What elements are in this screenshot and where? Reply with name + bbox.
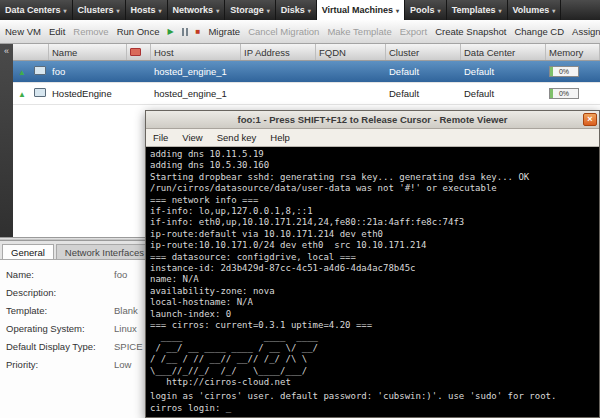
viewer-titlebar[interactable]: foo:1 - Press SHIFT+F12 to Release Curso… <box>146 111 599 129</box>
header-ip-address[interactable]: IP Address <box>241 44 316 60</box>
nav-tab-networks[interactable]: Networks ▾ <box>168 0 226 20</box>
remove-button[interactable]: Remove <box>73 26 108 37</box>
chevron-down-icon: ▾ <box>552 7 555 14</box>
vm-table-header: Name Host IP Address FQDN Cluster Data C… <box>13 44 600 61</box>
tab-network-interfaces[interactable]: Network Interfaces <box>56 244 153 259</box>
header-label: Memory <box>549 47 583 58</box>
nav-tab-templates[interactable]: Templates ▾ <box>447 0 508 20</box>
header-label: Cluster <box>389 47 419 58</box>
field-label: Priority: <box>6 359 114 370</box>
nav-tab-hosts[interactable]: Hosts ▾ <box>126 0 168 20</box>
header-fqdn[interactable]: FQDN <box>316 44 386 60</box>
nav-tab-volumes[interactable]: Volumes ▾ <box>508 0 562 20</box>
nav-tab-label: Networks <box>173 5 214 15</box>
header-name[interactable]: Name <box>49 44 127 60</box>
chevron-down-icon: ▾ <box>308 7 311 14</box>
run-once-button[interactable]: Run Once <box>117 26 160 37</box>
nav-tab-data-centers[interactable]: Data Centers ▾ <box>0 0 73 20</box>
vm-monitor-icon <box>34 88 46 97</box>
header-data-center[interactable]: Data Center <box>461 44 546 60</box>
ovirt-webadmin: Data Centers ▾ Clusters ▾ Hosts ▾ Networ… <box>0 0 600 418</box>
field-value: Blank <box>114 305 138 316</box>
field-label: Operating System: <box>6 323 114 334</box>
migrate-button[interactable]: Migrate <box>208 26 240 37</box>
nav-tab-label: Pools <box>410 5 435 15</box>
collapse-icon: « <box>4 46 9 56</box>
nav-tab-pools[interactable]: Pools ▾ <box>405 0 447 20</box>
export-button[interactable]: Export <box>400 26 427 37</box>
vm-memory-cell: 0% <box>546 66 600 78</box>
nav-tab-storage[interactable]: Storage ▾ <box>225 0 276 20</box>
nav-tab-label: Disks <box>281 5 305 15</box>
header-host[interactable]: Host <box>151 44 241 60</box>
header-label: FQDN <box>319 47 346 58</box>
chevron-down-icon: ▾ <box>438 7 441 14</box>
header-memory[interactable]: Memory <box>546 44 600 60</box>
nav-tab-label: Clusters <box>78 5 114 15</box>
terminal-output: adding dns 10.11.5.19 adding dns 10.5.30… <box>150 149 595 389</box>
menu-send-key[interactable]: Send key <box>210 132 264 143</box>
create-snapshot-button[interactable]: Create Snapshot <box>435 26 506 37</box>
field-label: Description: <box>6 287 114 298</box>
nav-tab-label: Volumes <box>513 5 550 15</box>
vm-status-cell: ▲ <box>13 88 31 99</box>
vm-cluster: Default <box>386 88 461 99</box>
vm-name: foo <box>49 66 127 77</box>
console-terminal[interactable]: adding dns 10.11.5.19 adding dns 10.5.30… <box>146 147 599 417</box>
close-button[interactable]: × <box>583 113 597 126</box>
vm-monitor-icon <box>34 66 46 75</box>
vm-toolbar: New VM Edit Remove Run Once ▶ ■ Migrate … <box>0 20 600 44</box>
make-template-button[interactable]: Make Template <box>327 26 391 37</box>
nav-tab-label: Virtual Machines <box>322 5 393 15</box>
menu-view[interactable]: View <box>175 132 209 143</box>
chevron-down-icon: ▾ <box>117 7 120 14</box>
header-cluster[interactable]: Cluster <box>386 44 461 60</box>
vm-row-foo[interactable]: ▲ foo hosted_engine_1 Default Default 0% <box>13 61 600 83</box>
header-status-column[interactable] <box>13 44 49 60</box>
field-value: Low <box>114 359 131 370</box>
vm-type-cell <box>31 88 49 99</box>
nav-tab-disks[interactable]: Disks ▾ <box>276 0 317 20</box>
edit-button[interactable]: Edit <box>49 26 65 37</box>
chevron-down-icon: ▾ <box>396 7 399 14</box>
terminal-login-prompt: login as 'cirros' user. default password… <box>150 391 595 414</box>
field-label: Template: <box>6 305 114 316</box>
status-up-icon: ▲ <box>18 68 26 77</box>
tab-general[interactable]: General <box>2 244 54 259</box>
vm-name: HostedEngine <box>49 88 127 99</box>
viewer-menubar: File View Send key Help <box>146 129 599 147</box>
assign-tags-button[interactable]: Assign Tags <box>572 26 600 37</box>
main-nav: Data Centers ▾ Clusters ▾ Hosts ▾ Networ… <box>0 0 600 20</box>
vm-data-center: Default <box>461 88 546 99</box>
collapse-panel-button[interactable]: « <box>0 44 13 237</box>
nav-tab-label: Templates <box>452 5 496 15</box>
header-label: IP Address <box>244 47 290 58</box>
vm-row-hostedengine[interactable]: ▲ HostedEngine hosted_engine_1 Default D… <box>13 83 600 105</box>
new-vm-button[interactable]: New VM <box>5 26 41 37</box>
vm-host: hosted_engine_1 <box>151 88 241 99</box>
run-vm-icon[interactable]: ▶ <box>167 28 173 36</box>
nav-tab-label: Data Centers <box>5 5 61 15</box>
memory-usage-bar: 0% <box>549 88 579 99</box>
chevron-down-icon: ▾ <box>216 7 219 14</box>
vm-table: Name Host IP Address FQDN Cluster Data C… <box>13 44 600 105</box>
close-icon: × <box>587 114 592 124</box>
header-console-column[interactable] <box>127 44 151 60</box>
change-cd-button[interactable]: Change CD <box>514 26 564 37</box>
menu-help[interactable]: Help <box>263 132 297 143</box>
header-label: Host <box>154 47 174 58</box>
header-label: Data Center <box>464 47 515 58</box>
suspend-vm-icon[interactable] <box>182 28 188 36</box>
stop-vm-icon[interactable]: ■ <box>196 28 201 36</box>
nav-tab-virtual-machines[interactable]: Virtual Machines ▾ <box>317 0 405 20</box>
remote-viewer-window: foo:1 - Press SHIFT+F12 to Release Curso… <box>145 110 600 418</box>
memory-usage-bar: 0% <box>549 66 579 77</box>
nav-tab-label: Hosts <box>131 5 156 15</box>
vm-type-cell <box>31 66 49 77</box>
nav-tab-clusters[interactable]: Clusters ▾ <box>73 0 126 20</box>
vm-data-center: Default <box>461 66 546 77</box>
field-label: Name: <box>6 269 114 280</box>
cancel-migration-button[interactable]: Cancel Migration <box>248 26 319 37</box>
menu-file[interactable]: File <box>146 132 175 143</box>
console-icon <box>130 48 141 56</box>
